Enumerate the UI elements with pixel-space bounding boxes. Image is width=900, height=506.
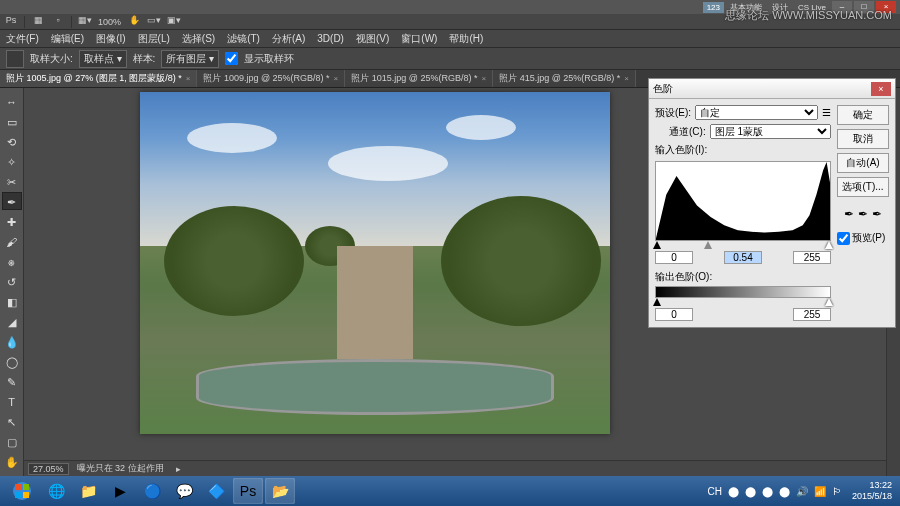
tray-lang[interactable]: CH <box>708 486 722 497</box>
output-gradient[interactable] <box>655 286 831 298</box>
out-black-slider[interactable] <box>653 298 661 306</box>
channel-select[interactable]: 图层 1蒙版 <box>710 124 831 139</box>
eyedropper-black-icon[interactable]: ✒ <box>844 207 854 221</box>
input-black-field[interactable] <box>655 251 693 264</box>
input-white-field[interactable] <box>793 251 831 264</box>
type-tool-icon[interactable]: T <box>2 392 22 410</box>
taskbar-folder-icon[interactable]: 📂 <box>265 478 295 504</box>
zoom-field[interactable]: 27.05% <box>28 463 69 475</box>
preset-select[interactable]: 自定 <box>695 105 818 120</box>
close-icon[interactable]: × <box>334 74 339 83</box>
taskbar-explorer-icon[interactable]: 📁 <box>73 478 103 504</box>
menu-select[interactable]: 选择(S) <box>182 32 215 46</box>
eyedropper-tool-icon[interactable]: ✒ <box>2 192 22 210</box>
black-slider[interactable] <box>653 241 661 249</box>
taskbar-media-icon[interactable]: ▶ <box>105 478 135 504</box>
gradient-tool-icon[interactable]: ◢ <box>2 312 22 330</box>
input-sliders[interactable] <box>655 241 831 251</box>
close-icon[interactable]: × <box>186 74 191 83</box>
document-tab[interactable]: 照片 1009.jpg @ 25%(RGB/8) *× <box>197 70 345 87</box>
start-button[interactable] <box>4 478 40 504</box>
ok-button[interactable]: 确定 <box>837 105 889 125</box>
pen-tool-icon[interactable]: ✎ <box>2 372 22 390</box>
preview-checkbox[interactable] <box>837 232 850 245</box>
options-bar: 取样大小: 取样点 ▾ 样本: 所有图层 ▾ 显示取样环 <box>0 48 900 70</box>
document-tab[interactable]: 照片 1005.jpg @ 27% (图层 1, 图层蒙版/8) *× <box>0 70 197 87</box>
screen-mode-icon[interactable]: ▣▾ <box>167 15 181 29</box>
out-white-slider[interactable] <box>825 298 833 306</box>
tool-preset-icon[interactable] <box>6 50 24 68</box>
menu-3d[interactable]: 3D(D) <box>317 33 344 44</box>
menu-layer[interactable]: 图层(L) <box>138 32 170 46</box>
cancel-button[interactable]: 取消 <box>837 129 889 149</box>
sample-size-select[interactable]: 取样点 ▾ <box>79 50 127 68</box>
menu-file[interactable]: 文件(F) <box>6 32 39 46</box>
input-gamma-field[interactable] <box>724 251 762 264</box>
zoom-level-display[interactable]: 100% <box>98 17 121 27</box>
crop-tool-icon[interactable]: ✂ <box>2 172 22 190</box>
taskbar-app-icon[interactable]: 🔷 <box>201 478 231 504</box>
menu-view[interactable]: 视图(V) <box>356 32 389 46</box>
menu-filter[interactable]: 滤镜(T) <box>227 32 260 46</box>
arrange-icon[interactable]: ▭▾ <box>147 15 161 29</box>
gamma-slider[interactable] <box>704 241 712 249</box>
minibridge-icon[interactable]: ▫ <box>51 15 65 29</box>
output-sliders[interactable] <box>655 298 831 308</box>
taskbar-app-icon[interactable]: 💬 <box>169 478 199 504</box>
healing-tool-icon[interactable]: ✚ <box>2 212 22 230</box>
show-ring-checkbox[interactable] <box>225 52 238 65</box>
view-extras-icon[interactable]: ▦▾ <box>78 15 92 29</box>
taskbar-app-icon[interactable]: 🔵 <box>137 478 167 504</box>
menu-help[interactable]: 帮助(H) <box>449 32 483 46</box>
close-icon[interactable]: × <box>624 74 629 83</box>
menu-window[interactable]: 窗口(W) <box>401 32 437 46</box>
tray-network-icon[interactable]: 📶 <box>814 486 826 497</box>
wand-tool-icon[interactable]: ✧ <box>2 152 22 170</box>
eyedropper-gray-icon[interactable]: ✒ <box>858 207 868 221</box>
tray-icon[interactable]: ⬤ <box>779 486 790 497</box>
preset-menu-icon[interactable]: ☰ <box>822 107 831 118</box>
workspace-badge[interactable]: 123 <box>703 2 724 13</box>
tray-flag-icon[interactable]: 🏳 <box>832 486 842 497</box>
bridge-icon[interactable]: ▦ <box>31 15 45 29</box>
eyedropper-white-icon[interactable]: ✒ <box>872 207 882 221</box>
taskbar-ie-icon[interactable]: 🌐 <box>41 478 71 504</box>
marquee-tool-icon[interactable]: ▭ <box>2 112 22 130</box>
dialog-titlebar[interactable]: 色阶 × <box>649 79 895 99</box>
ps-logo-icon: Ps <box>4 15 18 29</box>
path-tool-icon[interactable]: ↖ <box>2 412 22 430</box>
lasso-tool-icon[interactable]: ⟲ <box>2 132 22 150</box>
stamp-tool-icon[interactable]: ⎈ <box>2 252 22 270</box>
tray-icon[interactable]: ⬤ <box>745 486 756 497</box>
tray-icon[interactable]: ⬤ <box>728 486 739 497</box>
move-tool-icon[interactable]: ↔ <box>2 92 22 110</box>
shape-tool-icon[interactable]: ▢ <box>2 432 22 450</box>
svg-rect-2 <box>23 484 29 490</box>
sample-select[interactable]: 所有图层 ▾ <box>161 50 219 68</box>
document-canvas[interactable] <box>140 92 610 434</box>
history-brush-icon[interactable]: ↺ <box>2 272 22 290</box>
document-tab[interactable]: 照片 415.jpg @ 25%(RGB/8) *× <box>493 70 636 87</box>
hand-tool-icon[interactable]: ✋ <box>2 452 22 470</box>
hand-icon[interactable]: ✋ <box>127 15 141 29</box>
tray-icon[interactable]: ⬤ <box>762 486 773 497</box>
output-white-field[interactable] <box>793 308 831 321</box>
eraser-tool-icon[interactable]: ◧ <box>2 292 22 310</box>
output-black-field[interactable] <box>655 308 693 321</box>
dodge-tool-icon[interactable]: ◯ <box>2 352 22 370</box>
dialog-close-icon[interactable]: × <box>871 82 891 96</box>
white-slider[interactable] <box>825 241 833 249</box>
menu-edit[interactable]: 编辑(E) <box>51 32 84 46</box>
document-tab[interactable]: 照片 1015.jpg @ 25%(RGB/8) *× <box>345 70 493 87</box>
tray-volume-icon[interactable]: 🔊 <box>796 486 808 497</box>
channel-label: 通道(C): <box>669 125 706 139</box>
taskbar-clock[interactable]: 13:22 2015/5/18 <box>848 480 896 502</box>
close-icon[interactable]: × <box>481 74 486 83</box>
options-button[interactable]: 选项(T)... <box>837 177 889 197</box>
brush-tool-icon[interactable]: 🖌 <box>2 232 22 250</box>
menu-image[interactable]: 图像(I) <box>96 32 125 46</box>
blur-tool-icon[interactable]: 💧 <box>2 332 22 350</box>
menu-analyze[interactable]: 分析(A) <box>272 32 305 46</box>
taskbar-photoshop-icon[interactable]: Ps <box>233 478 263 504</box>
auto-button[interactable]: 自动(A) <box>837 153 889 173</box>
